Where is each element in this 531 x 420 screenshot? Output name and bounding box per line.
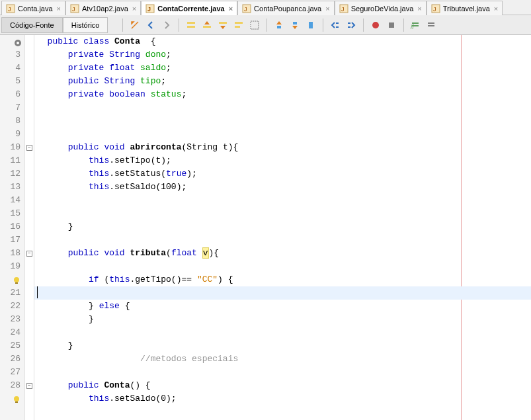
code-line: private boolean status;	[34, 88, 531, 101]
history-view-tab[interactable]: Histórico	[63, 17, 108, 33]
code-line	[34, 194, 531, 207]
svg-text:J: J	[8, 6, 11, 13]
last-edit-icon[interactable]	[127, 17, 143, 33]
editor-tab-seguro[interactable]: J SeguroDeVida.java ×	[335, 1, 427, 15]
code-line	[34, 101, 531, 114]
svg-rect-21	[309, 22, 313, 28]
java-file-icon: J	[242, 4, 251, 13]
editor-tab-contacorrente[interactable]: J ContaCorrente.java ×	[141, 1, 237, 15]
svg-rect-38	[15, 401, 18, 403]
svg-rect-22	[336, 22, 339, 24]
next-bookmark-icon[interactable]	[287, 17, 303, 33]
close-icon[interactable]: ×	[494, 5, 498, 13]
code-line: //metodos especiais	[34, 353, 531, 366]
svg-rect-13	[187, 26, 195, 28]
svg-text:J: J	[433, 6, 436, 13]
toggle-rect-select-icon[interactable]	[247, 17, 263, 33]
code-line: private float saldo;	[34, 62, 531, 75]
tab-label: SeguroDeVida.java	[351, 5, 414, 13]
editor-tab-contapoupanca[interactable]: J ContaPoupanca.java ×	[237, 1, 335, 15]
stop-macro-icon[interactable]	[384, 17, 399, 33]
tab-label: ContaPoupanca.java	[254, 5, 321, 13]
fold-toggle-icon[interactable]: −	[26, 383, 32, 389]
java-file-icon: J	[6, 4, 15, 13]
start-macro-icon[interactable]	[368, 17, 384, 33]
code-line	[34, 366, 531, 379]
line-number: 9	[0, 128, 20, 141]
previous-bookmark-icon[interactable]	[271, 17, 287, 33]
toolbar-separator	[323, 19, 323, 32]
svg-rect-17	[235, 26, 240, 28]
svg-rect-15	[219, 22, 227, 24]
line-number: 10	[0, 141, 20, 154]
svg-rect-25	[348, 26, 350, 28]
code-editor[interactable]: 3 4 5 6 7 8 9 10 11 12 13 14 15 16 17 18…	[0, 35, 531, 420]
toolbar-separator	[363, 19, 364, 32]
code-line: private String dono;	[34, 48, 531, 62]
code-line: }	[34, 339, 531, 353]
line-number-gutter[interactable]: 3 4 5 6 7 8 9 10 11 12 13 14 15 16 17 18…	[0, 35, 25, 420]
svg-text:J: J	[72, 6, 75, 13]
close-icon[interactable]: ×	[132, 5, 136, 13]
svg-rect-23	[336, 26, 339, 28]
close-icon[interactable]: ×	[325, 5, 329, 13]
code-content[interactable]: public class Conta { private String dono…	[34, 35, 531, 420]
close-icon[interactable]: ×	[229, 5, 233, 13]
close-icon[interactable]: ×	[57, 5, 61, 13]
line-number: 19	[0, 260, 20, 273]
toggle-bookmark-icon[interactable]	[303, 17, 319, 33]
code-line	[34, 326, 531, 339]
svg-rect-31	[428, 22, 434, 24]
fold-toggle-icon[interactable]: −	[26, 145, 32, 151]
line-number: 15	[0, 207, 20, 220]
comment-icon[interactable]: //	[408, 17, 424, 33]
code-line: }	[34, 313, 531, 326]
line-number: 7	[0, 101, 20, 114]
line-number: 24	[0, 326, 20, 339]
svg-rect-14	[203, 26, 211, 28]
code-line: this.setTipo(t);	[34, 154, 531, 167]
toggle-highlight-icon[interactable]	[231, 17, 247, 33]
source-view-tab[interactable]: Código-Fonte	[1, 17, 63, 33]
editor-tab-conta[interactable]: J Conta.java ×	[1, 1, 65, 15]
shift-right-icon[interactable]	[343, 17, 359, 33]
line-number: 18	[0, 247, 20, 260]
line-number: 11	[0, 154, 20, 167]
code-line: }	[34, 220, 531, 233]
line-number: 26	[0, 353, 20, 366]
line-number: 22	[0, 300, 20, 313]
line-number: 6	[0, 88, 20, 101]
uncomment-icon[interactable]	[424, 17, 440, 33]
find-next-icon[interactable]	[215, 17, 231, 33]
forward-icon[interactable]	[159, 17, 175, 33]
find-previous-icon[interactable]	[199, 17, 215, 33]
editor-tab-atv[interactable]: J Atv10ap2.java ×	[65, 1, 141, 15]
shift-left-icon[interactable]	[327, 17, 343, 33]
close-icon[interactable]: ×	[417, 5, 421, 13]
fold-column[interactable]: − − −	[25, 35, 34, 420]
hint-bulb-icon[interactable]	[13, 276, 20, 284]
svg-point-35	[14, 277, 19, 282]
toolbar-separator	[266, 19, 267, 32]
line-number: 23	[0, 313, 20, 326]
back-icon[interactable]	[143, 17, 159, 33]
svg-text:J: J	[244, 6, 247, 13]
svg-point-34	[17, 42, 19, 44]
text-cursor	[37, 286, 38, 298]
line-number: 21	[0, 286, 20, 300]
svg-rect-19	[277, 26, 281, 28]
code-line: this.setSaldo(100);	[34, 181, 531, 194]
toolbar-separator	[403, 19, 404, 32]
find-selection-icon[interactable]	[183, 17, 199, 33]
code-line	[34, 233, 531, 247]
editor-tab-tributavel[interactable]: J Tributavel.java ×	[427, 1, 503, 15]
line-number: 25	[0, 339, 20, 353]
hint-bulb-icon[interactable]	[13, 395, 20, 403]
svg-text://: //	[411, 24, 415, 30]
fold-toggle-icon[interactable]: −	[26, 251, 32, 257]
java-file-icon: J	[145, 4, 155, 13]
svg-point-37	[14, 396, 19, 401]
java-file-icon: J	[70, 4, 79, 13]
line-number: 12	[0, 167, 20, 181]
editor-tab-bar: J Conta.java × J Atv10ap2.java × J Conta…	[0, 0, 531, 15]
